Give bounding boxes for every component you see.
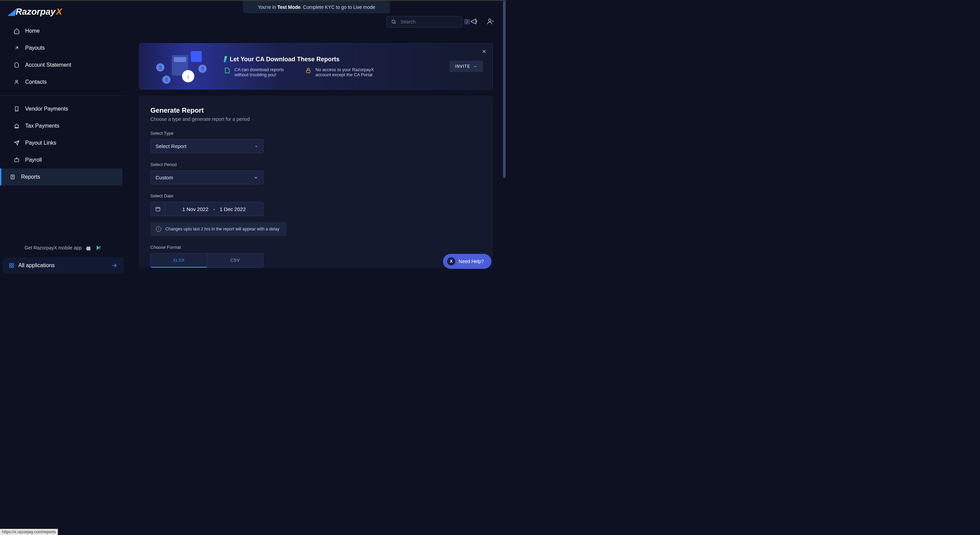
briefcase-icon [14, 157, 20, 163]
svg-rect-5 [10, 266, 11, 268]
logo-mark-icon: ◢ [8, 6, 15, 17]
nav-vendor-payments[interactable]: Vendor Payments [4, 100, 123, 118]
arrow-up-right-icon [14, 45, 20, 51]
profile-icon[interactable] [487, 18, 495, 26]
sidebar: ◢ RazorpayX Home Payouts Account Stateme… [0, 1, 127, 276]
date-sep: - [213, 206, 215, 212]
svg-rect-3 [10, 263, 11, 265]
test-mode-banner: You're in Test Mode. Complete KYC to go … [243, 1, 390, 13]
scrollbar-thumb[interactable] [503, 1, 506, 178]
invite-button[interactable]: INVITE → [450, 61, 483, 72]
svg-point-7 [392, 20, 395, 23]
file-icon [224, 67, 231, 74]
date-range-input[interactable]: 1 Nov 2022 - 1 Dec 2022 [150, 202, 263, 216]
format-toggle: XLSX CSV [150, 253, 263, 268]
logo-suffix: X [56, 6, 62, 17]
banner-mode: Test Mode [277, 5, 301, 10]
generate-report-panel: Generate Report Choose a type and genera… [139, 96, 493, 268]
nav-account-statement[interactable]: Account Statement [4, 56, 123, 73]
nav: Home Payouts Account Statement Contacts … [0, 22, 127, 241]
scrollbar[interactable] [503, 1, 506, 276]
nav-label: Home [25, 28, 40, 34]
close-icon[interactable]: ✕ [482, 48, 486, 55]
nav-label: Contacts [25, 79, 47, 85]
mobile-app-cta: Get RazorpayX mobile app [0, 241, 127, 255]
nav-payout-links[interactable]: Payout Links [4, 134, 123, 151]
chevron-down-icon [253, 175, 258, 180]
nav-payouts[interactable]: Payouts [4, 40, 123, 56]
lock-icon [305, 67, 312, 74]
all-applications-button[interactable]: All applications [3, 257, 124, 274]
nav-label: Reports [21, 174, 40, 180]
banner-title-text: Let Your CA Download These Reports [230, 56, 340, 63]
format-label: Choose Format [150, 245, 481, 250]
nav-label: Tax Payments [25, 123, 59, 129]
caret-down-icon [254, 144, 258, 148]
svg-point-8 [488, 19, 491, 21]
logo: ◢ RazorpayX [8, 6, 118, 17]
svg-rect-10 [156, 207, 160, 211]
nav-label: Payouts [25, 45, 45, 51]
need-help-button[interactable]: X Need Help? [443, 254, 492, 269]
format-xlsx[interactable]: XLSX [151, 253, 207, 268]
grid-icon [9, 263, 14, 268]
invite-label: INVITE [455, 64, 470, 69]
banner-prefix: You're in [258, 5, 277, 10]
ca-reports-banner: ↓ 👤👤👤 Let Your CA Download These Reports… [139, 43, 493, 89]
nav-label: Payout Links [25, 140, 56, 146]
nav-divider [0, 95, 127, 96]
nav-reports[interactable]: Reports [0, 169, 123, 185]
stripe-icon [224, 56, 227, 62]
period-value: Custom [156, 175, 173, 180]
svg-point-0 [16, 80, 18, 82]
warning-text: Changes upto last 2 hrs in the report wi… [165, 227, 279, 231]
nav-label: Vendor Payments [25, 106, 68, 112]
nav-label: Account Statement [25, 62, 71, 68]
calendar-icon [151, 202, 165, 216]
help-avatar: X [447, 257, 455, 266]
date-label: Select Date [150, 193, 481, 198]
svg-rect-9 [307, 70, 310, 73]
banner-illustration: ↓ 👤👤👤 [153, 51, 215, 82]
panel-subtitle: Choose a type and generate report for a … [150, 116, 481, 122]
banner-title: Let Your CA Download These Reports [224, 56, 440, 63]
nav-tax-payments[interactable]: Tax Payments [4, 118, 123, 134]
report-period-select[interactable]: Custom [150, 170, 263, 185]
type-label: Select Type [150, 131, 481, 136]
panel-title: Generate Report [150, 107, 481, 115]
logo-text: Razorpay [16, 6, 56, 17]
svg-rect-4 [12, 263, 14, 265]
main-content: You're in Test Mode. Complete KYC to go … [127, 1, 506, 276]
report-icon [10, 174, 16, 180]
delay-warning: ! Changes upto last 2 hrs in the report … [150, 222, 286, 236]
banner-feat1: CA can download reports without troublin… [234, 67, 296, 77]
search-icon [391, 19, 396, 24]
nav-home[interactable]: Home [4, 22, 123, 40]
banner-feat2: No access to your RazorpayX account exce… [315, 67, 377, 77]
all-apps-label: All applications [18, 263, 55, 269]
send-icon [14, 140, 20, 146]
nav-contacts[interactable]: Contacts [4, 73, 123, 91]
home-icon [14, 28, 20, 34]
bank-icon [14, 123, 20, 129]
receipt-icon [14, 106, 20, 112]
banner-suffix: . Complete KYC to go to Live mode [301, 5, 375, 10]
format-csv[interactable]: CSV [207, 253, 263, 268]
warning-icon: ! [156, 226, 161, 232]
apple-icon[interactable] [86, 244, 92, 251]
download-icon: ↓ [182, 70, 194, 82]
svg-rect-1 [14, 159, 19, 162]
play-store-icon[interactable] [96, 244, 102, 251]
report-type-select[interactable]: Select Report [150, 139, 263, 153]
nav-label: Payroll [25, 157, 42, 163]
announcements-icon[interactable] [470, 18, 479, 26]
search-input[interactable] [401, 19, 460, 24]
document-icon [14, 62, 20, 68]
type-value: Select Report [156, 143, 186, 149]
nav-payroll[interactable]: Payroll [4, 151, 123, 169]
search-shortcut: / [464, 19, 470, 24]
help-label: Need Help? [459, 259, 484, 264]
date-from: 1 Nov 2022 [182, 206, 208, 212]
search-box[interactable]: / [387, 16, 462, 27]
date-to: 1 Dec 2022 [220, 206, 246, 212]
